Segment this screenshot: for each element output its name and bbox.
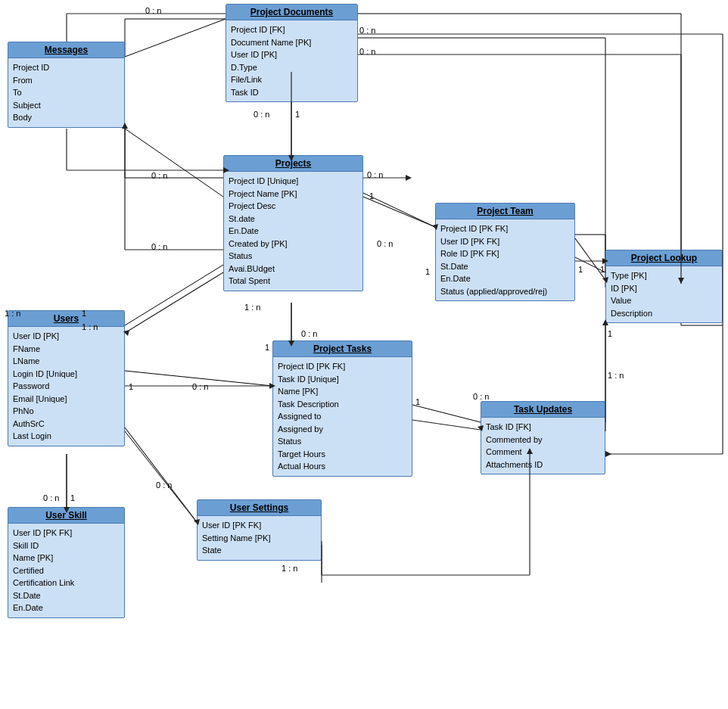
field: Status (applied/approved/rej) — [440, 285, 570, 298]
field: From — [13, 74, 120, 87]
field: Task ID [FK] — [486, 421, 600, 434]
field: Task ID [Unique] — [278, 373, 407, 386]
label-1-users-2: 1 — [82, 309, 86, 318]
svg-line-63 — [125, 428, 197, 522]
entity-body-task-updates: Task ID [FK] Commented by Comment Attach… — [481, 418, 605, 474]
field: Attachments ID — [486, 459, 600, 471]
svg-line-9 — [363, 193, 435, 227]
field: Subject — [13, 99, 120, 112]
field: Task ID — [231, 86, 353, 99]
entity-users: Users User ID [PK] FName LName Login ID … — [8, 310, 125, 446]
field: Status — [229, 250, 358, 263]
entity-header-project-tasks: Project Tasks — [273, 341, 412, 357]
field: Created by [PK] — [229, 238, 358, 250]
field: Description — [611, 307, 717, 320]
entity-header-project-documents: Project Documents — [226, 5, 357, 20]
entity-task-updates: Task Updates Task ID [FK] Commented by C… — [481, 401, 605, 474]
label-1-4: 1 — [265, 343, 269, 352]
field: Assigned by — [278, 423, 407, 436]
svg-marker-30 — [605, 451, 611, 457]
entity-user-settings: User Settings User ID [PK FK] Setting Na… — [197, 499, 322, 561]
field: Assigned to — [278, 410, 407, 423]
erd-diagram: Project Documents Project ID [FK] Docume… — [0, 0, 728, 709]
label-0n-4: 0 : n — [254, 110, 269, 119]
field: PhNo — [13, 405, 120, 418]
label-1-users-skill: 1 — [70, 493, 75, 502]
field: Avai.BUdget — [229, 263, 358, 275]
svg-line-42 — [363, 197, 435, 227]
entity-body-project-lookup: Type [PK] ID [PK] Value Description — [606, 266, 722, 322]
field: Total Spent — [229, 275, 358, 288]
field: En.Date — [440, 272, 570, 285]
label-0n-7: 0 : n — [367, 170, 383, 179]
entity-header-project-team: Project Team — [436, 204, 574, 219]
field: Document Name [PK] — [231, 36, 353, 49]
entity-header-projects: Projects — [224, 156, 362, 172]
entity-header-user-skill: User Skill — [8, 508, 124, 524]
entity-header-user-settings: User Settings — [198, 500, 321, 516]
field: User ID [PK FK] — [202, 519, 316, 532]
field: Last Login — [13, 430, 120, 443]
entity-body-project-documents: Project ID [FK] Document Name [PK] User … — [226, 20, 357, 101]
label-1-7: 1 — [608, 329, 612, 338]
entity-body-messages: Project ID From To Subject Body — [8, 58, 124, 127]
label-0n-user-settings: 0 : n — [156, 480, 172, 490]
field: Actual Hours — [278, 460, 407, 473]
label-0n-8: 0 : n — [377, 239, 393, 248]
field: Project ID [PK FK] — [278, 360, 407, 373]
field: User ID [PK] — [13, 330, 120, 343]
label-0n-10: 0 : n — [192, 382, 208, 391]
label-0n-11: 0 : n — [473, 392, 489, 401]
field: AuthSrC — [13, 418, 120, 431]
svg-line-20 — [125, 431, 197, 522]
field: Name [PK] — [13, 552, 120, 564]
field: En.Date — [229, 225, 358, 238]
label-1-1: 1 — [295, 110, 300, 119]
svg-marker-45 — [406, 175, 412, 181]
label-1-6: 1 — [415, 397, 420, 406]
label-1n-user-settings: 1 : n — [282, 564, 297, 573]
svg-line-57 — [412, 420, 481, 430]
entity-header-project-lookup: Project Lookup — [606, 250, 722, 266]
field: ID [PK] — [611, 282, 717, 295]
field: File/Link — [231, 73, 353, 86]
entity-project-tasks: Project Tasks Project ID [PK FK] Task ID… — [272, 341, 412, 477]
label-0n-9: 0 : n — [301, 329, 317, 338]
entity-messages: Messages Project ID From To Subject Body — [8, 42, 125, 128]
field: LName — [13, 355, 120, 368]
field: Certified — [13, 564, 120, 577]
field: Email [Unique] — [13, 393, 120, 406]
label-0n-2: 0 : n — [359, 26, 375, 35]
field: To — [13, 86, 120, 99]
svg-line-6 — [125, 129, 223, 197]
field: State — [202, 544, 316, 557]
field: Target Hours — [278, 448, 407, 461]
field: FName — [13, 343, 120, 356]
label-0n-user-skill: 0 : n — [43, 493, 59, 502]
field: En.Date — [13, 602, 120, 614]
label-0n-6: 0 : n — [151, 242, 167, 251]
label-1n-users: 1 : n — [5, 309, 20, 318]
field: Certification Link — [13, 577, 120, 589]
label-1n-1: 1 : n — [244, 303, 260, 312]
field: Commented by — [486, 434, 600, 446]
entity-body-projects: Project ID [Unique] Project Name [PK] Pr… — [224, 172, 362, 291]
label-1-9: 1 — [600, 265, 605, 274]
field: Status — [278, 435, 407, 448]
field: St.Date — [440, 260, 570, 273]
field: Value — [611, 294, 717, 307]
field: Type [PK] — [611, 269, 717, 282]
field: Setting Name [PK] — [202, 532, 316, 545]
svg-line-14 — [125, 265, 223, 325]
entity-projects: Projects Project ID [Unique] Project Nam… — [223, 155, 363, 291]
field: User ID [PK FK] — [13, 527, 120, 540]
label-1-8: 1 — [578, 265, 583, 274]
field: Comment — [486, 446, 600, 459]
entity-body-user-settings: User ID [PK FK] Setting Name [PK] State — [198, 516, 321, 560]
field: User ID [PK] — [231, 48, 353, 61]
field: Name [PK] — [278, 385, 407, 398]
field: Project ID [PK FK] — [440, 222, 570, 235]
field: User ID [PK FK] — [440, 235, 570, 248]
label-0n-1: 0 : n — [145, 6, 161, 15]
entity-project-team: Project Team Project ID [PK FK] User ID … — [435, 203, 575, 301]
